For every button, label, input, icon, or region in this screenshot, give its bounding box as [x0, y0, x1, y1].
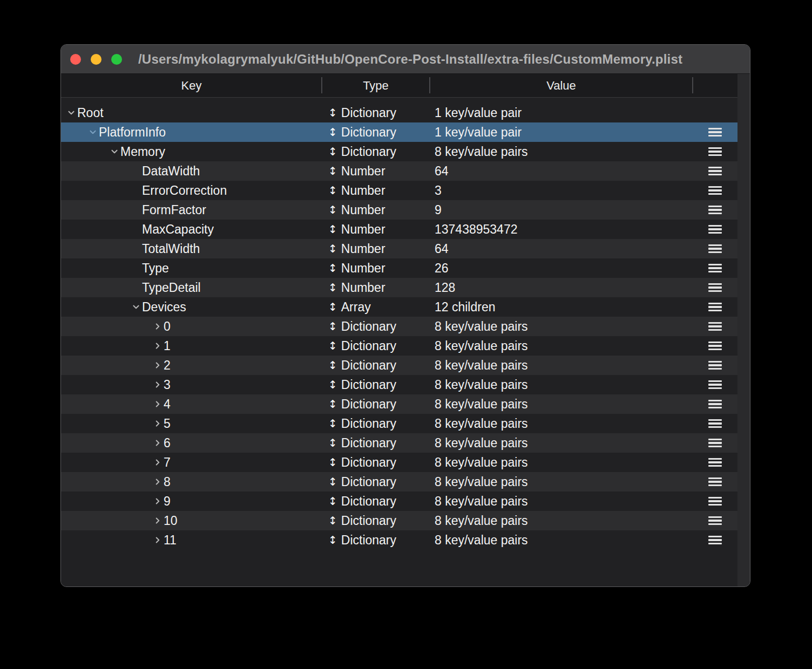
- type-dropdown[interactable]: ↕ Dictionary: [322, 514, 430, 528]
- type-dropdown[interactable]: ↕ Number: [322, 261, 430, 276]
- disclosure-triangle-icon[interactable]: [132, 245, 140, 253]
- disclosure-triangle-icon[interactable]: [153, 536, 161, 544]
- row-menu-icon[interactable]: [708, 147, 722, 156]
- scrollbar-gutter[interactable]: [737, 74, 750, 586]
- type-dropdown[interactable]: ↕ Dictionary: [322, 319, 430, 334]
- column-resize-handle[interactable]: [692, 77, 693, 93]
- value-cell[interactable]: 128: [430, 281, 693, 295]
- type-dropdown[interactable]: ↕ Dictionary: [322, 533, 430, 548]
- type-dropdown[interactable]: ↕ Dictionary: [322, 475, 430, 489]
- disclosure-triangle-icon[interactable]: [153, 459, 161, 467]
- column-header-type[interactable]: Type: [322, 74, 430, 97]
- tree-row[interactable]: TypeDetail ↕ Number 128: [61, 278, 737, 297]
- type-dropdown[interactable]: ↕ Number: [322, 164, 430, 179]
- value-cell[interactable]: 64: [430, 242, 693, 256]
- tree-row[interactable]: 7 ↕ Dictionary 8 key/value pairs: [61, 453, 737, 472]
- disclosure-triangle-icon[interactable]: [153, 517, 161, 525]
- tree-row[interactable]: 0 ↕ Dictionary 8 key/value pairs: [61, 317, 737, 336]
- disclosure-triangle-icon[interactable]: [153, 381, 161, 389]
- disclosure-triangle-icon[interactable]: [110, 148, 118, 156]
- disclosure-triangle-icon[interactable]: [153, 361, 161, 370]
- row-menu-icon[interactable]: [708, 477, 722, 487]
- type-dropdown[interactable]: ↕ Dictionary: [322, 378, 430, 392]
- value-cell[interactable]: 12 children: [430, 300, 693, 315]
- value-cell[interactable]: 9: [430, 203, 693, 217]
- value-cell[interactable]: 1 key/value pair: [430, 106, 693, 120]
- value-cell[interactable]: 3: [430, 183, 693, 198]
- tree-row[interactable]: 6 ↕ Dictionary 8 key/value pairs: [61, 433, 737, 453]
- value-cell[interactable]: 8 key/value pairs: [430, 378, 693, 392]
- row-menu-icon[interactable]: [708, 536, 722, 545]
- row-menu-icon[interactable]: [708, 167, 722, 176]
- row-menu-icon[interactable]: [708, 303, 722, 312]
- disclosure-triangle-icon[interactable]: [132, 226, 140, 234]
- disclosure-triangle-icon[interactable]: [89, 128, 97, 136]
- disclosure-triangle-icon[interactable]: [132, 167, 140, 175]
- disclosure-triangle-icon[interactable]: [153, 323, 161, 331]
- disclosure-triangle-icon[interactable]: [153, 420, 161, 428]
- type-dropdown[interactable]: ↕ Number: [322, 222, 430, 237]
- disclosure-triangle-icon[interactable]: [132, 206, 140, 214]
- tree-row[interactable]: Type ↕ Number 26: [61, 258, 737, 278]
- type-dropdown[interactable]: ↕ Dictionary: [322, 145, 430, 159]
- type-dropdown[interactable]: ↕ Dictionary: [322, 417, 430, 431]
- column-resize-handle[interactable]: [429, 77, 430, 93]
- type-dropdown[interactable]: ↕ Array: [322, 300, 430, 315]
- type-dropdown[interactable]: ↕ Dictionary: [322, 436, 430, 450]
- value-cell[interactable]: 8 key/value pairs: [430, 339, 693, 353]
- type-dropdown[interactable]: ↕ Dictionary: [322, 455, 430, 470]
- row-menu-icon[interactable]: [708, 439, 722, 448]
- disclosure-triangle-icon[interactable]: [153, 439, 161, 447]
- type-dropdown[interactable]: ↕ Number: [322, 183, 430, 198]
- type-dropdown[interactable]: ↕ Dictionary: [322, 125, 430, 140]
- type-dropdown[interactable]: ↕ Dictionary: [322, 494, 430, 509]
- disclosure-triangle-icon[interactable]: [153, 497, 161, 506]
- row-menu-icon[interactable]: [708, 361, 722, 370]
- row-menu-icon[interactable]: [708, 458, 722, 467]
- type-dropdown[interactable]: ↕ Dictionary: [322, 339, 430, 353]
- disclosure-triangle-icon[interactable]: [153, 342, 161, 350]
- column-resize-handle[interactable]: [321, 77, 322, 93]
- row-menu-icon[interactable]: [708, 497, 722, 506]
- tree-row[interactable]: 10 ↕ Dictionary 8 key/value pairs: [61, 511, 737, 530]
- tree-row[interactable]: 11 ↕ Dictionary 8 key/value pairs: [61, 530, 737, 550]
- tree-row[interactable]: Root ↕ Dictionary 1 key/value pair: [61, 103, 737, 122]
- tree-row[interactable]: MaxCapacity ↕ Number 137438953472: [61, 220, 737, 239]
- minimize-button[interactable]: [91, 54, 102, 65]
- value-cell[interactable]: 8 key/value pairs: [430, 319, 693, 334]
- tree-row[interactable]: TotalWidth ↕ Number 64: [61, 239, 737, 258]
- close-button[interactable]: [70, 54, 81, 65]
- disclosure-triangle-icon[interactable]: [153, 400, 161, 408]
- disclosure-triangle-icon[interactable]: [132, 187, 140, 195]
- value-cell[interactable]: 8 key/value pairs: [430, 145, 693, 159]
- tree-row[interactable]: Devices ↕ Array 12 children: [61, 297, 737, 317]
- disclosure-triangle-icon[interactable]: [67, 109, 75, 117]
- column-header-value[interactable]: Value: [430, 74, 693, 97]
- column-header-key[interactable]: Key: [61, 74, 322, 97]
- row-menu-icon[interactable]: [708, 186, 722, 195]
- value-cell[interactable]: 8 key/value pairs: [430, 358, 693, 373]
- row-menu-icon[interactable]: [708, 322, 722, 331]
- value-cell[interactable]: 26: [430, 261, 693, 276]
- tree-row[interactable]: 1 ↕ Dictionary 8 key/value pairs: [61, 336, 737, 356]
- value-cell[interactable]: 8 key/value pairs: [430, 475, 693, 489]
- value-cell[interactable]: 64: [430, 164, 693, 179]
- value-cell[interactable]: 8 key/value pairs: [430, 514, 693, 528]
- tree-row[interactable]: 5 ↕ Dictionary 8 key/value pairs: [61, 414, 737, 433]
- tree-row[interactable]: 8 ↕ Dictionary 8 key/value pairs: [61, 472, 737, 491]
- row-menu-icon[interactable]: [708, 516, 722, 525]
- row-menu-icon[interactable]: [708, 342, 722, 351]
- row-menu-icon[interactable]: [708, 225, 722, 234]
- zoom-button[interactable]: [111, 54, 122, 65]
- tree-row[interactable]: 9 ↕ Dictionary 8 key/value pairs: [61, 491, 737, 511]
- tree-row[interactable]: PlatformInfo ↕ Dictionary 1 key/value pa…: [61, 122, 737, 142]
- value-cell[interactable]: 8 key/value pairs: [430, 397, 693, 412]
- value-cell[interactable]: 137438953472: [430, 222, 693, 237]
- row-menu-icon[interactable]: [708, 400, 722, 409]
- value-cell[interactable]: 8 key/value pairs: [430, 455, 693, 470]
- row-menu-icon[interactable]: [708, 419, 722, 428]
- tree-row[interactable]: FormFactor ↕ Number 9: [61, 200, 737, 220]
- type-dropdown[interactable]: ↕ Number: [322, 242, 430, 256]
- disclosure-triangle-icon[interactable]: [132, 264, 140, 272]
- type-dropdown[interactable]: ↕ Number: [322, 281, 430, 295]
